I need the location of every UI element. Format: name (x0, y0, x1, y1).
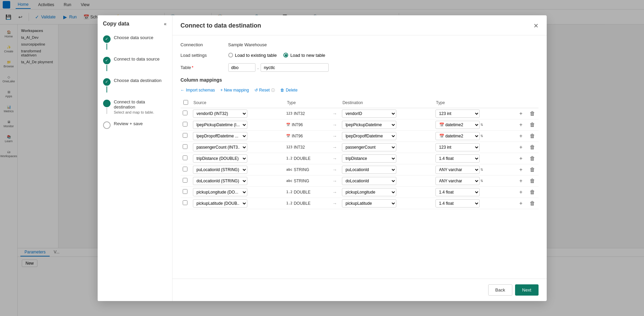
dest-type-select-2[interactable]: 📅 datetime2 (435, 132, 480, 140)
table-label: Table* (181, 65, 228, 70)
wizard-collapse-button[interactable]: « (164, 21, 167, 27)
source-select-0[interactable]: vendorID (INT32) (193, 110, 247, 118)
source-select-5[interactable]: puLocationId (STRING) (193, 166, 247, 174)
add-row-button-8[interactable]: + (518, 200, 524, 207)
add-row-button-5[interactable]: + (518, 166, 524, 173)
wizard-body: Connection Sample Warehouse Load setting… (172, 35, 547, 279)
delete-row-button-1[interactable]: 🗑 (528, 121, 536, 129)
dest-select-4[interactable]: tripDistance (342, 154, 396, 163)
add-row-button-3[interactable]: + (518, 144, 524, 151)
dest-select-8[interactable]: pickupLatitude (342, 199, 396, 207)
delete-label: Delete (286, 88, 298, 93)
source-select-6[interactable]: doLocationId (STRING) (193, 177, 247, 185)
load-new-option[interactable]: Load to new table (283, 53, 325, 58)
delete-row-button-5[interactable]: 🗑 (528, 166, 536, 173)
dest-type-select-0[interactable]: 123 int (435, 110, 480, 118)
row-checkbox-8[interactable] (183, 200, 187, 205)
dest-type-select-8[interactable]: 1.4 float (435, 199, 480, 207)
load-new-radio[interactable] (283, 53, 288, 57)
row-checkbox-4[interactable] (183, 155, 187, 160)
mapping-toolbar: ← Import schemas + New mapping ↺ Reset ⓘ… (181, 87, 539, 94)
dest-select-6[interactable]: doLocationId (342, 177, 396, 185)
table-name-input[interactable] (261, 63, 329, 72)
delete-row-button-3[interactable]: 🗑 (528, 144, 536, 151)
delete-row-button-8[interactable]: 🗑 (528, 200, 536, 207)
source-select-2[interactable]: lpepDropoffDatetime ... (193, 132, 247, 140)
source-select-7[interactable]: pickupLongitude (DO... (193, 188, 247, 196)
dest-select-0[interactable]: vendorID (342, 110, 396, 118)
table-row-form: Table* . (181, 63, 539, 72)
delete-row-button-7[interactable]: 🗑 (528, 188, 536, 196)
expand-icon-5[interactable]: ⇅ (480, 168, 483, 171)
col-header-add (516, 98, 526, 108)
add-row-button-1[interactable]: + (518, 121, 524, 129)
import-schemas-button[interactable]: ← Import schemas (181, 87, 215, 94)
source-select-8[interactable]: pickupLatitude (DOUB... (193, 199, 247, 207)
delete-button[interactable]: 🗑 Delete (280, 87, 298, 94)
row-checkbox-7[interactable] (183, 189, 187, 194)
load-existing-radio[interactable] (228, 53, 233, 57)
dest-type-select-6[interactable]: ANY varchar (435, 177, 480, 185)
source-type-icon-2: 📅 (286, 134, 290, 138)
step5-label: Review + save (114, 121, 143, 126)
source-type-icon-5: abc (286, 168, 292, 171)
connection-label: Connection (181, 42, 228, 47)
dest-type-select-7[interactable]: 1.4 float (435, 188, 480, 196)
step4-label: Connect to data destination (114, 99, 167, 110)
delete-row-button-2[interactable]: 🗑 (528, 132, 536, 140)
dest-type-select-3[interactable]: 123 int (435, 143, 480, 151)
load-existing-label: Load to existing table (235, 53, 277, 58)
dest-select-7[interactable]: pickupLongitude (342, 188, 396, 196)
wizard-page-title: Connect to data destination (181, 22, 261, 29)
table-schema-input[interactable] (228, 63, 255, 72)
row-checkbox-0[interactable] (183, 111, 187, 115)
arrow-4: → (330, 153, 340, 164)
reset-icon: ↺ (254, 88, 258, 93)
arrow-2: → (330, 130, 340, 142)
row-checkbox-2[interactable] (183, 133, 187, 138)
dest-select-3[interactable]: passengerCount (342, 143, 396, 151)
delete-icon: 🗑 (280, 88, 284, 93)
dest-select-1[interactable]: lpepPickupDatetime (342, 121, 396, 129)
column-mappings-title: Column mappings (181, 77, 539, 83)
dest-type-select-5[interactable]: ANY varchar (435, 166, 480, 174)
add-row-button-0[interactable]: + (518, 110, 524, 117)
back-button[interactable]: Back (488, 284, 512, 296)
row-checkbox-5[interactable] (183, 167, 187, 171)
delete-row-button-4[interactable]: 🗑 (528, 155, 536, 162)
add-row-button-6[interactable]: + (518, 177, 524, 185)
dest-select-2[interactable]: lpepDropoffDatetime (342, 132, 396, 140)
next-button[interactable]: Next (515, 284, 539, 296)
dest-type-select-4[interactable]: 1.4 float (435, 154, 480, 163)
select-all-checkbox[interactable] (183, 100, 188, 105)
arrow-0: → (330, 108, 340, 119)
col-header-source-type: Type (284, 98, 329, 108)
expand-icon-1[interactable]: ⇅ (480, 123, 483, 127)
expand-icon-2[interactable]: ⇅ (480, 134, 483, 138)
source-select-1[interactable]: lpepPickupDatetime (I... (193, 121, 247, 129)
reset-button[interactable]: ↺ Reset ⓘ (254, 87, 275, 94)
dest-select-5[interactable]: puLocationId (342, 166, 396, 174)
table-row: doLocationId (STRING) abc STRING → doLoc… (181, 175, 539, 186)
row-checkbox-3[interactable] (183, 144, 187, 149)
source-select-4[interactable]: tripDistance (DOUBLE) (193, 154, 247, 163)
table-row: lpepDropoffDatetime ... 📅 INT96 → lpepDr… (181, 130, 539, 142)
source-select-3[interactable]: passengerCount (INT3... (193, 143, 247, 151)
dest-type-select-1[interactable]: 📅 datetime2 (435, 121, 480, 129)
row-checkbox-1[interactable] (183, 122, 187, 127)
source-type-badge-3: 123 INT32 (286, 145, 327, 150)
row-checkbox-6[interactable] (183, 178, 187, 183)
expand-icon-6[interactable]: ⇅ (480, 179, 483, 183)
add-row-button-7[interactable]: + (518, 188, 524, 196)
wizard-close-button[interactable]: ✕ (533, 22, 539, 30)
add-row-button-2[interactable]: + (518, 132, 524, 140)
col-header-source: Source (191, 98, 284, 108)
new-mapping-button[interactable]: + New mapping (220, 87, 249, 94)
load-existing-option[interactable]: Load to existing table (228, 53, 277, 58)
add-row-button-4[interactable]: + (518, 155, 524, 162)
wizard-header: Connect to data destination ✕ (172, 15, 547, 35)
delete-row-button-0[interactable]: 🗑 (528, 110, 536, 117)
modal-overlay: Copy data « ✓ Choose data source ✓ (0, 0, 644, 316)
table-separator: . (258, 65, 259, 70)
delete-row-button-6[interactable]: 🗑 (528, 177, 536, 185)
